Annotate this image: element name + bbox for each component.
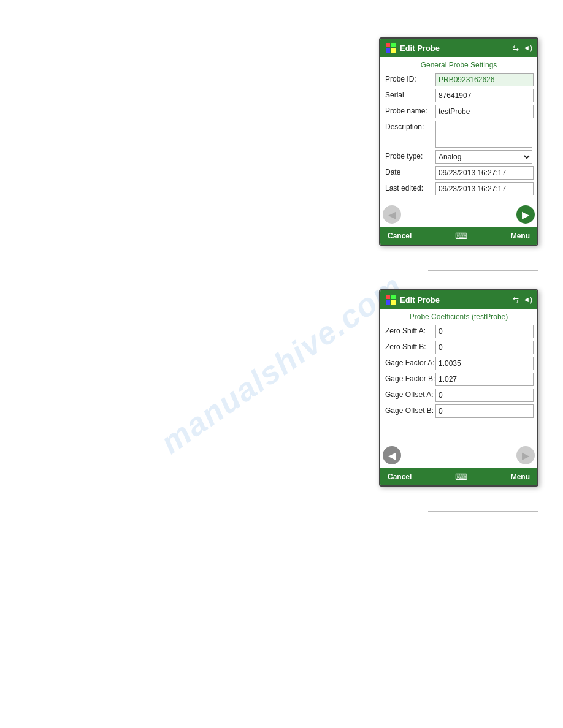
input-gage-offset-b[interactable] [435,404,534,418]
field-row-gage-factor-a: Gage Factor A: [385,357,532,370]
sound-icon-2: ◄) [523,295,532,304]
input-serial[interactable] [435,89,534,102]
sound-icon-1: ◄) [523,44,532,52]
label-zero-shift-b: Zero Shift B: [385,341,435,351]
network-icon-2: ⇆ [513,295,519,304]
panel1-device: Edit Probe ⇆ ◄) General Probe Settings P… [379,37,538,246]
label-probe-id: Probe ID: [385,73,435,83]
field-row-probe-id: Probe ID: [385,73,532,86]
input-description[interactable] [435,121,532,148]
top-divider [25,25,184,25]
label-description: Description: [385,121,435,131]
panel1-section-title: General Probe Settings [385,61,532,69]
panel2-back-button[interactable]: ◀ [383,446,401,464]
panel1-form-area: General Probe Settings Probe ID: Serial … [380,57,537,202]
panel2-device: Edit Probe ⇆ ◄) Probe Coefficients (test… [379,289,538,487]
panel1-container: Edit Probe ⇆ ◄) General Probe Settings P… [25,37,538,246]
svg-rect-1 [391,43,396,47]
svg-rect-7 [391,300,396,305]
mid-divider [428,270,538,271]
panel2-forward-button: ▶ [516,446,535,464]
svg-rect-5 [391,295,396,299]
input-gage-factor-a[interactable] [435,357,534,370]
panel1-title-bar: Edit Probe ⇆ ◄) [380,39,537,57]
label-zero-shift-a: Zero Shift A: [385,325,435,335]
panel1-cancel-button[interactable]: Cancel [388,232,412,240]
input-last-edited[interactable] [435,182,534,195]
panel2-title: Edit Probe [400,295,513,305]
panel2-bottom-bar: Cancel ⌨ Menu [380,468,537,485]
field-row-zero-shift-b: Zero Shift B: [385,341,532,354]
svg-rect-4 [386,295,390,299]
panel2-nav-row: ◀ ▶ [380,442,537,468]
panel2-menu-button[interactable]: Menu [511,472,530,481]
panel2-cancel-button[interactable]: Cancel [388,472,412,481]
input-gage-factor-b[interactable] [435,373,534,386]
input-date[interactable] [435,166,534,180]
svg-rect-3 [391,48,396,53]
panel1-bottom-bar: Cancel ⌨ Menu [380,227,537,245]
network-icon-1: ⇆ [513,44,519,52]
label-gage-factor-a: Gage Factor A: [385,357,435,367]
panel1-back-button[interactable]: ◀ [383,205,401,224]
field-row-description: Description: [385,121,532,148]
input-gage-offset-a[interactable] [435,389,534,402]
panel2-form-area: Probe Coefficients (testProbe) Zero Shif… [380,309,537,442]
svg-rect-0 [386,43,390,47]
field-row-gage-offset-b: Gage Offset B: [385,404,532,418]
label-gage-offset-b: Gage Offset B: [385,404,435,415]
field-row-probe-name: Probe name: [385,105,532,118]
field-row-zero-shift-a: Zero Shift A: [385,325,532,338]
panel2-section-title: Probe Coefficients (testProbe) [385,313,532,321]
input-zero-shift-b[interactable] [435,341,534,354]
panel1-title: Edit Probe [400,44,513,53]
field-row-last-edited: Last edited: [385,182,532,195]
label-date: Date [385,166,435,176]
label-gage-offset-a: Gage Offset A: [385,389,435,399]
input-zero-shift-a[interactable] [435,325,534,338]
panel1-forward-button[interactable]: ▶ [516,205,535,224]
svg-rect-2 [386,48,390,53]
page-content: Edit Probe ⇆ ◄) General Probe Settings P… [0,0,563,548]
field-row-serial: Serial [385,89,532,102]
input-probe-id[interactable] [435,73,534,86]
windows-icon-2 [385,294,396,305]
panel2-title-icons: ⇆ ◄) [513,295,532,304]
panel2-container: Edit Probe ⇆ ◄) Probe Coefficients (test… [25,289,538,487]
label-serial: Serial [385,89,435,99]
select-probe-type[interactable]: Analog [435,150,532,164]
panel1-nav-row: ◀ ▶ [380,202,537,227]
svg-rect-6 [386,300,390,305]
keyboard-icon-2: ⌨ [455,472,467,482]
input-probe-name[interactable] [435,105,534,118]
panel1-title-icons: ⇆ ◄) [513,44,532,52]
field-row-probe-type: Probe type: Analog [385,150,532,164]
label-probe-type: Probe type: [385,150,435,161]
panel1-menu-button[interactable]: Menu [511,232,530,240]
field-row-date: Date [385,166,532,180]
label-probe-name: Probe name: [385,105,435,115]
label-last-edited: Last edited: [385,182,435,192]
windows-icon-1 [385,42,396,53]
field-row-gage-offset-a: Gage Offset A: [385,389,532,402]
bottom-divider [428,511,538,512]
label-gage-factor-b: Gage Factor B: [385,373,435,383]
field-row-gage-factor-b: Gage Factor B: [385,373,532,386]
keyboard-icon-1: ⌨ [455,231,467,241]
panel2-title-bar: Edit Probe ⇆ ◄) [380,290,537,309]
